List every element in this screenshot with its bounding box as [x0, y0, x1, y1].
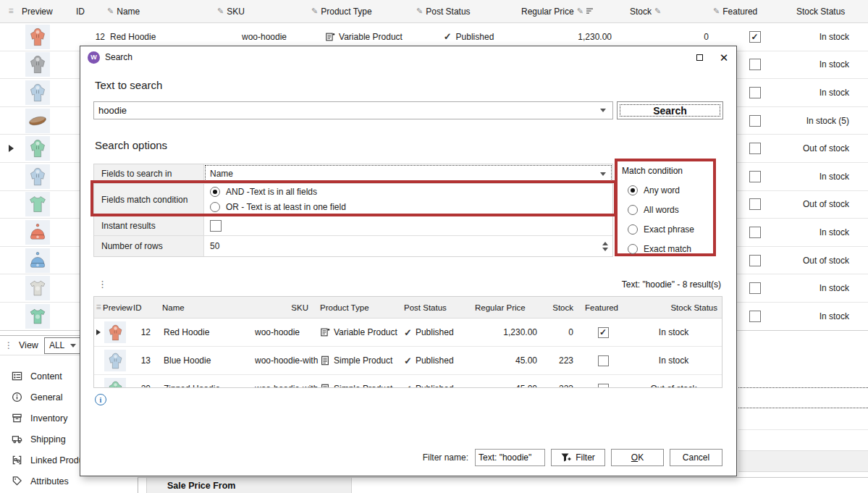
featured-checkbox[interactable] [749, 87, 761, 98]
product-thumbnail[interactable] [25, 220, 50, 245]
product-thumbnail[interactable] [25, 192, 50, 216]
featured-checkbox[interactable] [749, 171, 761, 182]
radio-icon[interactable] [628, 224, 638, 235]
result-row[interactable]: 13 Blue Hoodie woo-hoodie-with Simple Pr… [94, 347, 722, 375]
cell-stock-status[interactable]: Out of stock [796, 247, 868, 274]
cell-regular-price[interactable]: 45.00 [475, 375, 544, 388]
number-of-rows-field[interactable]: 50 [204, 236, 612, 256]
filter-name-input[interactable]: Text: "hoodie" [475, 449, 545, 466]
cell-post-status[interactable]: ✓ Published [404, 375, 475, 388]
featured-checkbox[interactable] [749, 311, 761, 322]
column-header[interactable]: ID [76, 0, 107, 22]
result-row[interactable]: 20 Zipped Hoodie woo-hoodie-with Simple … [94, 375, 722, 388]
product-thumbnail[interactable] [25, 164, 50, 189]
drag-handle-icon[interactable]: ☰ [96, 305, 101, 311]
column-header[interactable]: ✎ SKU [217, 0, 311, 22]
chevron-down-icon[interactable] [600, 172, 606, 176]
cell-name[interactable]: Zipped Hoodie [162, 375, 255, 388]
featured-checkbox[interactable] [749, 59, 761, 70]
column-header[interactable]: Stock [544, 297, 581, 318]
column-header[interactable]: ✎ Featured [713, 0, 796, 22]
column-header[interactable]: Stock ✎ [630, 0, 713, 22]
radio-option[interactable]: All words [622, 200, 713, 219]
featured-checkbox[interactable] [598, 355, 609, 366]
column-header[interactable]: ✎ Post Status [416, 0, 521, 22]
cell-product-type[interactable]: Variable Product [320, 319, 404, 346]
featured-checkbox[interactable] [749, 115, 761, 127]
chevron-down-icon[interactable] [600, 109, 606, 112]
dialog-titlebar[interactable]: W Search ✕ [80, 46, 736, 68]
result-row[interactable]: 12 Red Hoodie woo-hoodie Variable Produc… [94, 319, 722, 347]
product-thumbnail[interactable] [25, 276, 50, 300]
view-select[interactable]: ALL [44, 337, 81, 354]
product-thumbnail[interactable] [25, 80, 50, 105]
close-button[interactable]: ✕ [712, 47, 736, 67]
cell-sku[interactable]: woo-hoodie-with [255, 347, 320, 374]
column-header[interactable]: ✎ Name [107, 0, 217, 22]
cell-stock-status[interactable]: In stock [625, 347, 722, 374]
cell-product-type[interactable]: Simple Product [320, 375, 404, 388]
column-header[interactable]: Regular Price ✎ [521, 0, 630, 22]
cell-stock-status[interactable]: Out of stock [625, 375, 722, 388]
product-thumbnail[interactable] [25, 52, 50, 77]
product-thumbnail[interactable] [104, 350, 126, 371]
featured-checkbox[interactable] [749, 255, 761, 266]
product-thumbnail[interactable] [104, 321, 126, 343]
product-thumbnail[interactable] [25, 248, 50, 273]
column-header[interactable]: Product Type [320, 297, 404, 318]
featured-checkbox[interactable] [598, 384, 609, 389]
maximize-button[interactable] [687, 47, 712, 67]
radio-option[interactable]: Any word [622, 180, 713, 200]
more-options-icon[interactable]: ⋮ [98, 279, 107, 290]
cell-regular-price[interactable]: 45.00 [475, 347, 544, 374]
cell-name[interactable]: Blue Hoodie [162, 347, 255, 374]
featured-checkbox[interactable] [749, 31, 761, 43]
ok-button[interactable]: OK [611, 449, 664, 466]
cell-stock-status[interactable]: In stock (5) [796, 107, 868, 135]
cell-stock[interactable]: 223 [544, 347, 581, 374]
product-thumbnail[interactable] [25, 25, 50, 49]
column-header[interactable]: ID [133, 297, 162, 318]
radio-icon[interactable] [628, 244, 638, 254]
cell-stock-status[interactable]: In stock [796, 163, 868, 190]
cell-stock-status[interactable]: In stock [625, 319, 722, 346]
cell-stock[interactable]: 0 [544, 319, 581, 346]
radio-icon[interactable] [628, 205, 638, 215]
more-options-icon[interactable]: ⋮ [4, 340, 13, 350]
focused-empty-field[interactable] [738, 387, 868, 408]
cell-stock-status[interactable]: Out of stock [796, 135, 868, 162]
cell-name[interactable]: Red Hoodie [162, 319, 255, 346]
product-thumbnail[interactable] [25, 304, 50, 329]
spinner-up-icon[interactable] [602, 242, 608, 245]
column-header[interactable]: Preview [22, 0, 76, 22]
featured-checkbox[interactable] [749, 198, 761, 210]
column-header[interactable]: Name [162, 297, 255, 318]
cell-sku[interactable]: woo-hoodie-with [255, 375, 320, 388]
cell-stock-status[interactable]: In stock [796, 274, 868, 302]
cancel-button[interactable]: Cancel [670, 449, 722, 466]
cell-stock-status[interactable]: In stock [796, 303, 868, 330]
cell-id[interactable]: 20 [133, 375, 162, 388]
drag-handle-icon[interactable]: ☰ [8, 9, 13, 14]
instant-results-checkbox[interactable] [210, 220, 222, 232]
cell-sku[interactable]: woo-hoodie [255, 319, 320, 346]
product-thumbnail[interactable] [104, 378, 126, 388]
product-thumbnail[interactable] [25, 109, 50, 133]
featured-checkbox[interactable] [749, 282, 761, 294]
cell-id[interactable]: 12 [133, 319, 162, 346]
column-header[interactable]: Regular Price [475, 297, 544, 318]
cell-stock-status[interactable]: In stock [796, 219, 868, 246]
cell-stock-status[interactable]: In stock [796, 23, 868, 51]
cell-product-type[interactable]: Simple Product [320, 347, 404, 374]
column-header[interactable]: Stock Status [625, 297, 722, 318]
filter-button[interactable]: Filter [551, 449, 605, 466]
cell-id[interactable]: 13 [133, 347, 162, 374]
spinner-down-icon[interactable] [602, 248, 608, 251]
cell-stock-status[interactable]: Out of stock [796, 191, 868, 219]
cell-post-status[interactable]: ✓ Published [404, 347, 475, 374]
cell-stock-status[interactable]: In stock [796, 51, 868, 79]
radio-option[interactable]: Exact phrase [622, 219, 713, 239]
cell-stock[interactable]: 223 [544, 375, 581, 388]
column-header[interactable]: Preview [103, 297, 133, 318]
radio-option[interactable]: Exact match [622, 239, 713, 258]
